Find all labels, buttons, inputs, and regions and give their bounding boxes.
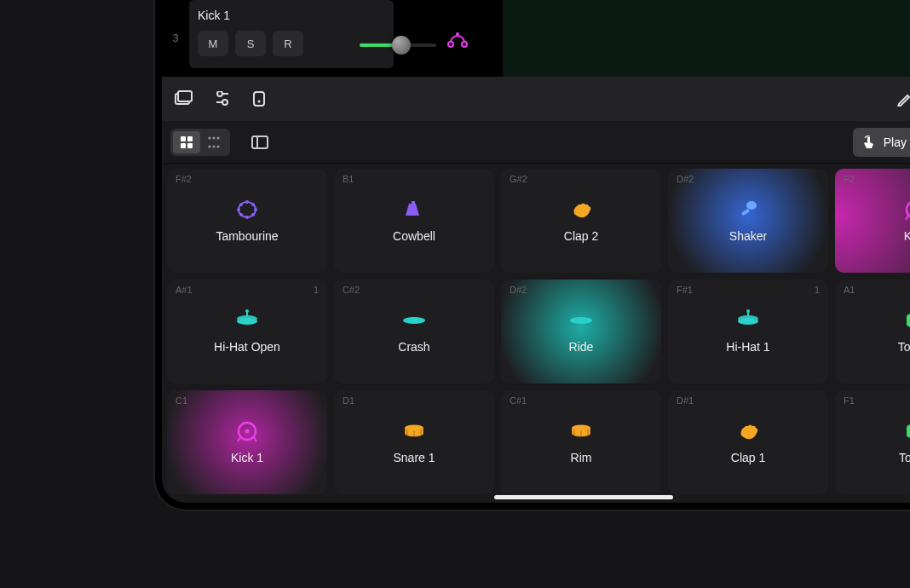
pad-note: A#1 [176, 285, 193, 295]
drum-pad[interactable]: F2Kick [835, 169, 910, 273]
drum-pad[interactable]: G#2Clap 2 [501, 169, 661, 273]
svg-point-41 [239, 203, 243, 206]
pad-note: C#1 [510, 395, 527, 406]
home-indicator[interactable] [494, 495, 673, 499]
pad-label: Rim [571, 451, 592, 464]
svg-rect-4 [178, 91, 192, 101]
pad-note: F2 [844, 174, 855, 184]
drum-pad[interactable]: C#2Crash [334, 280, 494, 383]
cymbal-icon [567, 309, 595, 331]
pad-note: G#2 [510, 174, 527, 184]
hihat-icon [734, 309, 762, 331]
mute-button[interactable]: M [198, 31, 228, 56]
pad-label: Cowbell [393, 229, 435, 243]
drum-pad[interactable]: D#1Clap 1 [668, 390, 828, 494]
drum-pad[interactable]: F#2Tambourine [167, 169, 327, 273]
keyboard-icon[interactable] [252, 90, 266, 107]
pad-label: Kick [904, 229, 910, 243]
pad-note: A1 [844, 285, 855, 295]
pad-note: D1 [343, 395, 354, 406]
svg-point-25 [217, 136, 220, 139]
drum-pad[interactable]: A1Tom H [835, 280, 910, 383]
svg-point-0 [448, 42, 453, 47]
library-icon[interactable] [174, 90, 193, 107]
cymbal-icon [400, 309, 428, 331]
pad-label: Clap 2 [564, 229, 598, 243]
pad-toolbar: Play [162, 121, 910, 164]
tracks-area: 3 Kick 1 M S R [162, 0, 910, 77]
svg-rect-45 [412, 201, 415, 205]
svg-rect-20 [187, 136, 193, 141]
drum-pad[interactable]: A#11Hi-Hat Open [167, 280, 327, 383]
svg-point-39 [245, 200, 249, 204]
pad-label: Shaker [729, 229, 767, 243]
volume-slider[interactable] [360, 37, 436, 53]
grid-view-button[interactable] [173, 131, 200, 153]
drum-pad[interactable]: C#1Rim [501, 390, 661, 494]
pad-label: Crash [398, 340, 429, 354]
solo-button[interactable]: S [235, 31, 266, 56]
record-button[interactable]: R [273, 31, 303, 56]
play-button[interactable]: Play [853, 128, 910, 157]
svg-point-1 [462, 42, 467, 47]
pad-note: B1 [343, 174, 354, 184]
pad-label: Ride [569, 340, 594, 354]
svg-point-10 [258, 101, 261, 103]
svg-point-24 [213, 136, 216, 139]
toolbar [162, 77, 910, 121]
track-title: Kick 1 [198, 9, 385, 22]
pad-note: F#1 [677, 285, 693, 295]
drum-pad[interactable]: D1Snare 1 [334, 390, 494, 494]
pad-note: F1 [844, 395, 855, 406]
list-view-button[interactable] [200, 131, 228, 153]
drum-pad[interactable]: B1Cowbell [334, 169, 494, 273]
snare-icon [400, 420, 428, 442]
pad-label: Clap 1 [731, 451, 765, 464]
pad-note: D#1 [677, 395, 694, 406]
track-header[interactable]: Kick 1 M S R [189, 0, 394, 68]
pad-label: Tom L [899, 451, 910, 464]
tom-icon [901, 420, 910, 442]
tom-icon [901, 309, 910, 331]
pencil-icon[interactable] [896, 91, 910, 107]
svg-point-61 [738, 315, 758, 322]
track-number: 3 [167, 32, 184, 44]
drum-pad[interactable]: F1Tom L [835, 390, 910, 494]
svg-point-44 [251, 213, 255, 216]
volume-knob[interactable] [392, 36, 411, 55]
play-label: Play [884, 135, 907, 149]
mixer-icon[interactable] [213, 91, 232, 107]
pad-label: Hi-Hat Open [214, 340, 280, 354]
headphones-icon [445, 26, 470, 55]
pad-index: 1 [314, 285, 319, 295]
svg-rect-21 [181, 143, 186, 148]
device-frame: 3 Kick 1 M S R [153, 0, 910, 511]
svg-point-6 [217, 91, 222, 96]
clap-icon [734, 420, 762, 442]
svg-point-40 [245, 216, 249, 219]
drum-pad[interactable]: D#2Ride [501, 280, 661, 383]
svg-point-63 [746, 309, 750, 313]
svg-point-43 [239, 213, 243, 216]
svg-point-59 [578, 317, 585, 320]
svg-point-42 [251, 203, 255, 206]
svg-point-2 [456, 32, 459, 36]
pad-label: Tambourine [216, 229, 278, 243]
pad-note: C1 [176, 395, 187, 406]
svg-point-27 [213, 145, 216, 147]
pad-note: D#2 [510, 285, 527, 295]
pad-label: Tom H [898, 340, 910, 354]
svg-rect-47 [741, 208, 750, 216]
drum-pad[interactable]: D#2Shaker [668, 169, 828, 273]
kick-icon [901, 199, 910, 221]
clap-icon [567, 199, 595, 221]
drum-pad[interactable]: F#11Hi-Hat 1 [668, 280, 828, 383]
pad-note: D#2 [677, 174, 694, 184]
pad-label: Snare 1 [393, 451, 435, 464]
sidebar-toggle[interactable] [245, 131, 274, 153]
pad-label: Hi-Hat 1 [726, 340, 769, 354]
cowbell-icon [400, 199, 428, 221]
app-screen: 3 Kick 1 M S R [162, 0, 910, 503]
drum-pad[interactable]: C1Kick 1 [167, 390, 327, 494]
svg-point-37 [237, 208, 240, 211]
